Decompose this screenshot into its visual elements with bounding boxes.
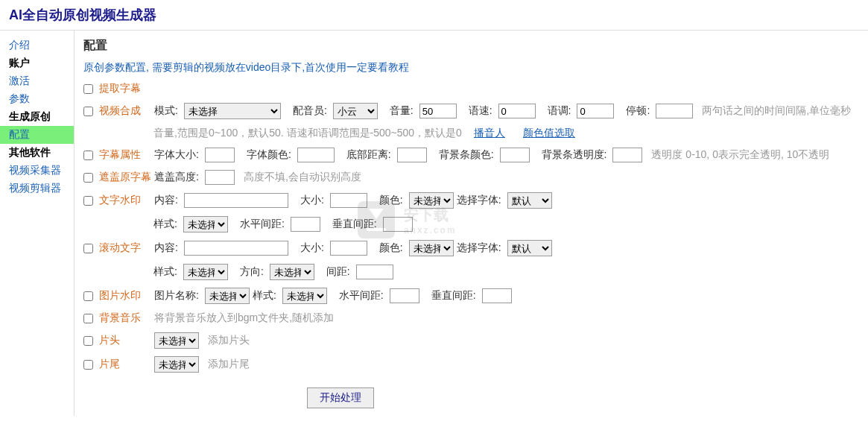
text-watermark-label: 文字水印 [99, 194, 151, 207]
bg-music-checkbox[interactable] [83, 314, 93, 323]
pause-hint: 两句话之间的时间间隔,单位毫秒 [702, 104, 851, 118]
tw-size-input[interactable] [330, 193, 367, 208]
st-direction-select[interactable]: 未选择 [270, 264, 314, 280]
mode-select[interactable]: 未选择 [184, 103, 281, 119]
font-size-input[interactable] [205, 148, 235, 162]
voice-select[interactable]: 小云 [333, 103, 378, 119]
sidebar-item-activate[interactable]: 激活 [0, 72, 74, 90]
cover-height-input[interactable] [205, 170, 235, 185]
cover-height-hint: 高度不填,会自动识别高度 [244, 171, 361, 184]
st-gap-label: 间距: [326, 265, 350, 279]
bottom-input[interactable] [397, 148, 427, 162]
bgcolor-label: 背景条颜色: [439, 148, 494, 162]
st-font-label: 选择字体: [457, 241, 501, 255]
scroll-text-checkbox[interactable] [83, 244, 93, 253]
st-size-input[interactable] [330, 241, 367, 256]
st-font-select[interactable]: 默认 [507, 240, 552, 256]
tail-label: 片尾 [99, 358, 151, 371]
tw-style-select[interactable]: 未选择 [183, 216, 228, 232]
color-link[interactable]: 颜色值选取 [523, 127, 575, 140]
iw-style-label: 样式: [253, 289, 276, 303]
broadcaster-link[interactable]: 播音人 [474, 127, 505, 140]
speed-input[interactable] [498, 104, 536, 118]
sidebar-item-config[interactable]: 配置 [0, 126, 74, 144]
page-title: 配置 [83, 38, 859, 54]
font-color-input[interactable] [297, 148, 335, 162]
sidebar-item-video-editor[interactable]: 视频剪辑器 [0, 180, 74, 197]
app-title: AI全自动原创视频生成器 [9, 6, 859, 24]
head-label: 片头 [99, 334, 151, 347]
st-color-label: 颜色: [379, 241, 403, 255]
tail-checkbox[interactable] [83, 360, 93, 370]
volume-input[interactable] [419, 104, 457, 118]
bgopacity-input[interactable] [612, 148, 642, 162]
range-hint: 音量,范围是0~100，默认50. 语速和语调范围是-500~500，默认是0 [153, 127, 462, 140]
sidebar-item-video-collector[interactable]: 视频采集器 [0, 162, 74, 180]
tail-hint: 添加片尾 [208, 358, 250, 371]
tw-color-label: 颜色: [379, 194, 403, 207]
pause-label: 停顿: [626, 104, 650, 118]
font-color-label: 字体颜色: [247, 148, 291, 162]
cover-subtitle-label: 遮盖原字幕 [99, 171, 151, 184]
sidebar-heading-account: 账户 [0, 54, 74, 72]
voice-label: 配音员: [293, 104, 327, 118]
iw-vgap-label: 垂直间距: [431, 289, 476, 303]
cover-height-label: 遮盖高度: [154, 171, 199, 184]
app-header: AI全自动原创视频生成器 [0, 0, 868, 31]
st-direction-label: 方向: [240, 265, 264, 279]
st-content-input[interactable] [184, 241, 288, 256]
sidebar-heading-generate: 生成原创 [0, 108, 74, 126]
st-size-label: 大小: [300, 241, 324, 255]
main-content: 配置 原创参数配置, 需要剪辑的视频放在video目录下,首次使用一定要看教程 … [75, 31, 868, 416]
tw-content-input[interactable] [184, 193, 288, 208]
iw-name-label: 图片名称: [154, 289, 199, 303]
image-watermark-label: 图片水印 [99, 289, 151, 303]
tw-hgap-input[interactable] [291, 217, 320, 232]
st-style-label: 样式: [153, 265, 177, 279]
head-checkbox[interactable] [83, 336, 93, 346]
pause-input[interactable] [656, 104, 693, 118]
iw-name-select[interactable]: 未选择 [205, 288, 250, 304]
tw-hgap-label: 水平间距: [240, 218, 285, 231]
submit-button[interactable]: 开始处理 [307, 387, 374, 408]
volume-label: 音量: [390, 104, 414, 118]
iw-style-select[interactable]: 未选择 [282, 288, 327, 304]
sidebar-item-intro[interactable]: 介绍 [0, 37, 74, 54]
head-select[interactable]: 未选择 [154, 332, 199, 349]
tw-style-label: 样式: [153, 218, 177, 231]
tw-font-label: 选择字体: [457, 194, 501, 207]
font-size-label: 字体大小: [154, 148, 199, 162]
scroll-text-label: 滚动文字 [99, 241, 151, 255]
mode-label: 模式: [154, 104, 178, 118]
subtitle-attr-checkbox[interactable] [83, 151, 93, 160]
tw-color-select[interactable]: 未选择 [409, 192, 454, 209]
tone-label: 语调: [548, 104, 571, 118]
extract-subtitle-checkbox[interactable] [83, 84, 93, 94]
subtitle-attr-label: 字幕属性 [99, 148, 151, 162]
text-watermark-checkbox[interactable] [83, 196, 93, 206]
image-watermark-checkbox[interactable] [83, 291, 93, 301]
st-content-label: 内容: [154, 241, 178, 255]
st-color-select[interactable]: 未选择 [409, 240, 454, 256]
bg-music-hint: 将背景音乐放入到bgm文件夹,随机添加 [154, 311, 334, 325]
video-synth-label: 视频合成 [99, 104, 151, 118]
sidebar-item-params[interactable]: 参数 [0, 90, 74, 108]
iw-hgap-input[interactable] [390, 288, 419, 303]
tw-font-select[interactable]: 默认 [507, 192, 552, 209]
bg-music-label: 背景音乐 [99, 311, 151, 325]
tw-content-label: 内容: [154, 194, 178, 207]
speed-label: 语速: [469, 104, 492, 118]
bottom-label: 底部距离: [346, 148, 391, 162]
extract-subtitle-label: 提取字幕 [99, 82, 151, 95]
video-synth-checkbox[interactable] [83, 107, 93, 116]
tail-select[interactable]: 未选择 [154, 356, 199, 373]
iw-vgap-input[interactable] [482, 288, 512, 303]
st-gap-input[interactable] [356, 265, 393, 279]
cover-subtitle-checkbox[interactable] [83, 173, 93, 183]
bgcolor-input[interactable] [500, 148, 530, 162]
st-style-select[interactable]: 未选择 [183, 264, 228, 280]
tw-vgap-input[interactable] [383, 217, 413, 232]
iw-hgap-label: 水平间距: [339, 289, 384, 303]
sidebar: 介绍 账户 激活 参数 生成原创 配置 其他软件 视频采集器 视频剪辑器 [0, 31, 75, 416]
tone-input[interactable] [577, 104, 614, 118]
